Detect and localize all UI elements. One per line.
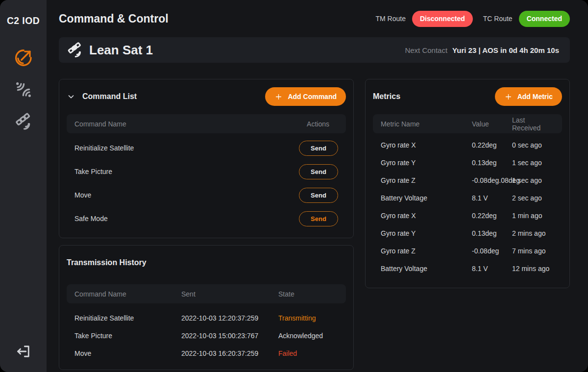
metric-value: 0.13deg: [472, 229, 512, 237]
command-name: Move: [74, 349, 181, 357]
command-name: Move: [74, 191, 91, 199]
metric-last-received: 2 sec ago: [512, 194, 554, 202]
sidebar-item-satellites[interactable]: [13, 111, 34, 132]
sidebar-nav: [13, 47, 34, 132]
command-rows: Reinitialize Satellite Send Take Picture…: [67, 136, 346, 230]
page-title: Command & Control: [59, 12, 169, 25]
right-column: Metrics Add Metric Metric Name Value Las…: [365, 79, 570, 288]
sidebar-item-commands[interactable]: [13, 47, 34, 69]
column-actions: Actions: [307, 120, 338, 128]
satellite-icon: [14, 112, 33, 131]
next-contact-value: Yuri 23 | AOS in 0d 4h 20m 10s: [452, 46, 559, 54]
metric-value: 8.1 V: [472, 265, 512, 273]
command-name: Reinitialize Satellite: [74, 314, 181, 322]
send-button[interactable]: Send: [299, 211, 338, 226]
command-list-header: Command List Add Command: [67, 87, 346, 106]
sent-timestamp: 2022-10-03 15:00:23:767: [181, 332, 278, 340]
metric-last-received: 12 mins ago: [512, 265, 554, 273]
transmission-history-panel: Transmission History Command Name Sent S…: [59, 245, 354, 370]
next-contact: Next Contact Yuri 23 | AOS in 0d 4h 20m …: [405, 46, 559, 54]
command-name: Take Picture: [74, 168, 112, 175]
logout-icon: [14, 342, 33, 361]
collapse-toggle[interactable]: [67, 92, 75, 101]
send-button[interactable]: Send: [299, 164, 338, 179]
command-name: Safe Mode: [74, 215, 108, 223]
metric-name: Battery Voltage: [381, 265, 472, 273]
send-button[interactable]: Send: [299, 141, 338, 156]
satellite-icon: [66, 41, 84, 59]
column-command-name: Command Name: [74, 290, 181, 298]
add-command-button[interactable]: Add Command: [265, 87, 346, 106]
orbit-arrow-icon: [13, 48, 34, 68]
content-area: Command List Add Command Command Name Ac…: [47, 63, 588, 372]
tm-route-label: TM Route: [375, 15, 405, 23]
column-metric-name: Metric Name: [381, 120, 472, 128]
table-row: Reinitialize Satellite 2022-10-03 12:20:…: [67, 309, 346, 327]
column-value: Value: [472, 120, 512, 128]
metric-name: Battery Voltage: [381, 194, 472, 202]
metric-name: Gyro rate Y: [381, 229, 472, 237]
send-button[interactable]: Send: [299, 188, 338, 203]
add-command-label: Add Command: [288, 93, 337, 100]
metric-value: 0.22deg: [472, 141, 512, 149]
transmission-history-title: Transmission History: [67, 258, 147, 267]
satellite-banner: Lean Sat 1 Next Contact Yuri 23 | AOS in…: [59, 37, 570, 63]
metrics-header: Metrics Add Metric: [373, 87, 562, 106]
metrics-title: Metrics: [373, 92, 400, 101]
column-sent: Sent: [181, 290, 278, 298]
table-row: Gyro rate Y 0.13deg 2 mins ago: [373, 224, 562, 242]
column-last-received: Last Received: [512, 116, 554, 132]
metric-value: 8.1 V: [472, 194, 512, 202]
metric-name: Gyro rate Y: [381, 159, 472, 167]
metrics-table-header: Metric Name Value Last Received: [373, 114, 562, 133]
add-metric-label: Add Metric: [517, 93, 553, 100]
tc-route-status-badge: Connected: [519, 11, 570, 27]
table-row: Gyro rate Z -0.08deg.08deg 1 sec ago: [373, 172, 562, 189]
table-row: Battery Voltage 8.1 V 2 sec ago: [373, 189, 562, 207]
tc-route-label: TC Route: [483, 15, 513, 23]
command-list-title: Command List: [82, 92, 137, 101]
table-row: Safe Mode Send: [67, 207, 346, 230]
logout-button[interactable]: [13, 341, 34, 362]
metric-name: Gyro rate X: [381, 141, 472, 149]
metric-last-received: 1 sec ago: [512, 159, 554, 167]
chevron-down-icon: [67, 92, 75, 101]
comms-icon: [14, 80, 33, 99]
metric-name: Gyro rate Z: [381, 176, 472, 184]
table-row: Battery Voltage 8.1 V 12 mins ago: [373, 260, 562, 277]
metric-last-received: 1 min ago: [512, 212, 554, 220]
sidebar-item-ground-stations[interactable]: [13, 79, 34, 100]
main-area: Command & Control TM Route Disconnected …: [47, 0, 588, 372]
left-column: Command List Add Command Command Name Ac…: [59, 79, 354, 370]
table-row: Gyro rate X 0.22deg 1 min ago: [373, 207, 562, 224]
metric-last-received: 2 mins ago: [512, 229, 554, 237]
metric-value: -0.08deg: [472, 247, 512, 255]
command-table-header: Command Name Actions: [67, 114, 346, 133]
next-contact-label: Next Contact: [405, 46, 447, 54]
plus-icon: [504, 93, 513, 101]
topbar: Command & Control TM Route Disconnected …: [47, 0, 588, 37]
command-name: Reinitialize Satellite: [74, 144, 134, 152]
state-badge: Transmitting: [278, 314, 338, 322]
command-list-panel: Command List Add Command Command Name Ac…: [59, 79, 354, 238]
satellite-name: Lean Sat 1: [89, 43, 153, 58]
route-status-group: TM Route Disconnected TC Route Connected: [375, 11, 570, 27]
state-badge: Acknowledged: [278, 332, 338, 340]
table-row: Gyro rate Z -0.08deg 7 mins ago: [373, 242, 562, 260]
plus-icon: [274, 93, 283, 101]
metrics-panel: Metrics Add Metric Metric Name Value Las…: [365, 79, 570, 288]
metric-value: -0.08deg.08deg: [472, 176, 512, 184]
metric-last-received: 7 mins ago: [512, 247, 554, 255]
metric-last-received: 0 sec ago: [512, 141, 554, 149]
tm-route-status-badge: Disconnected: [412, 11, 473, 27]
table-row: Take Picture Send: [67, 160, 346, 183]
table-row: Move 2022-10-03 16:20:37:259 Failed: [67, 345, 346, 362]
table-row: Move Send: [67, 183, 346, 207]
table-row: Reinitialize Satellite Send: [67, 136, 346, 160]
add-metric-button[interactable]: Add Metric: [495, 87, 562, 106]
app-window: C2 IOD: [0, 0, 588, 372]
table-row: Take Picture 2022-10-03 15:00:23:767 Ack…: [67, 327, 346, 345]
history-rows: Reinitialize Satellite 2022-10-03 12:20:…: [67, 309, 346, 362]
history-table-header: Command Name Sent State: [67, 284, 346, 303]
metric-name: Gyro rate Z: [381, 247, 472, 255]
